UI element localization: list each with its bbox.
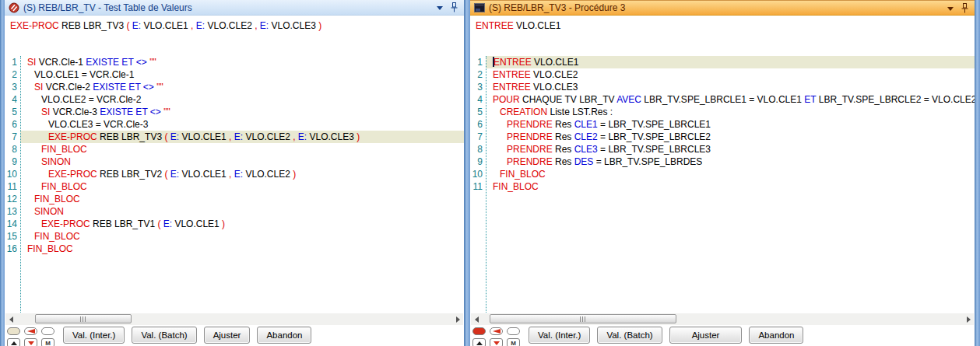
code-line-text[interactable]: CREATION Liste LST.Res : <box>486 106 975 118</box>
code-line-text[interactable]: ENTREE VLO.CLE2 <box>486 68 975 81</box>
code-line[interactable]: 7EXE-PROC REB LBR_TV3 ( E: VLO.CLE1 , E:… <box>5 131 464 143</box>
code-line[interactable]: 6PRENDRE Res CLE1 = LBR_TV.SPE_LBRCLE1 <box>470 118 975 131</box>
code-line-text[interactable]: FIN_BLOC <box>486 168 975 180</box>
code-line[interactable]: 2VLO.CLE1 = VCR.Cle-1 <box>5 68 464 81</box>
code-line-text[interactable]: PRENDRE Res CLE3 = LBR_TV.SPE_LBRCLE3 <box>486 143 975 156</box>
up-arrow-button[interactable] <box>472 338 486 346</box>
code-line[interactable]: 4POUR CHAQUE TV LBR_TV AVEC LBR_TV.SPE_L… <box>470 93 975 106</box>
code-line-text[interactable]: EXE-PROC REB LBR_TV3 ( E: VLO.CLE1 , E: … <box>20 131 464 143</box>
code-line[interactable]: 8PRENDRE Res CLE3 = LBR_TV.SPE_LBRCLE3 <box>470 143 975 156</box>
val-inter-button[interactable]: Val. (Inter.) <box>529 327 590 344</box>
code-line[interactable]: 13SINON <box>5 205 464 218</box>
code-line[interactable]: 10EXE-PROC REB LBR_TV2 ( E: VLO.CLE1 , E… <box>5 168 464 180</box>
horizontal-scrollbar[interactable] <box>5 313 463 325</box>
line-number: 7 <box>5 131 20 143</box>
scrollbar-thumb[interactable] <box>490 314 676 323</box>
code-line-text[interactable]: SINON <box>20 156 464 168</box>
code-line-text[interactable]: FIN_BLOC <box>20 243 464 255</box>
code-editor[interactable]: 1ENTREE VLO.CLE12ENTREE VLO.CLE23ENTREE … <box>470 56 975 313</box>
code-token: VLO.CLE1 <box>172 218 222 229</box>
pane-divider[interactable] <box>464 0 470 346</box>
code-line[interactable]: 7PRENDRE Res CLE2 = LBR_TV.SPE_LBRCLE2 <box>470 131 975 143</box>
scroll-right-arrow[interactable] <box>452 313 463 325</box>
code-line-text[interactable]: POUR CHAQUE TV LBR_TV AVEC LBR_TV.SPE_LB… <box>486 93 975 106</box>
marker-filled-icon[interactable] <box>7 327 20 335</box>
code-line-text[interactable]: VLO.CLE2 = VCR.Cle-2 <box>20 93 464 106</box>
code-line-text[interactable]: FIN_BLOC <box>20 143 464 156</box>
code-line-text[interactable]: PRENDRE Res CLE1 = LBR_TV.SPE_LBRCLE1 <box>486 118 975 131</box>
right-pane-titlebar[interactable]: (S) REB/LBR_TV3 - Procédure 3 <box>470 0 975 16</box>
code-line[interactable]: 12FIN_BLOC <box>5 193 464 205</box>
down-arrow-button[interactable] <box>490 338 503 346</box>
code-line-text[interactable]: ENTREE VLO.CLE3 <box>486 81 975 93</box>
code-line[interactable]: 16FIN_BLOC <box>5 243 464 255</box>
code-line[interactable]: 5CREATION Liste LST.Res : <box>470 106 975 118</box>
code-line-text[interactable]: EXE-PROC REB LBR_TV2 ( E: VLO.CLE1 , E: … <box>20 168 464 180</box>
m-marker-button[interactable]: M <box>41 338 54 346</box>
code-line[interactable]: 3SI VCR.Cle-2 EXISTE ET <> "" <box>5 81 464 93</box>
marker-filled-icon[interactable] <box>472 327 486 335</box>
code-line[interactable]: 14EXE-PROC REB LBR_TV1 ( E: VLO.CLE1 ) <box>5 218 464 230</box>
code-line[interactable]: 15FIN_BLOC <box>5 230 464 243</box>
abandon-button[interactable]: Abandon <box>257 327 311 344</box>
ajuster-button[interactable]: Ajuster <box>204 327 251 344</box>
chevron-down-icon[interactable] <box>437 6 443 10</box>
horizontal-scrollbar[interactable] <box>471 313 974 325</box>
marker-red-wedge-icon[interactable] <box>24 327 37 335</box>
marker-red-wedge-icon[interactable] <box>490 327 503 335</box>
code-token: Res <box>553 119 574 130</box>
code-line-text[interactable]: FIN_BLOC <box>486 180 975 193</box>
code-line[interactable]: 11FIN_BLOC <box>5 180 464 193</box>
header-code-line[interactable]: EXE-PROC REB LBR_TV3 ( E: VLO.CLE1 , E: … <box>5 19 464 32</box>
adelia-editor-workspace: (S) REB/LBR_TV - Test Table de Valeurs E… <box>0 0 980 346</box>
code-line[interactable]: 3ENTREE VLO.CLE3 <box>470 81 975 93</box>
header-code-line[interactable]: ENTREE VLO.CLE1 <box>470 19 975 32</box>
code-line-text[interactable]: ENTREE VLO.CLE1 <box>486 56 975 68</box>
code-line[interactable]: 1SI VCR.Cle-1 EXISTE ET <> "" <box>5 56 464 68</box>
pin-icon[interactable] <box>961 3 968 13</box>
code-line-text[interactable]: SINON <box>20 205 464 218</box>
code-line-text[interactable]: EXE-PROC REB LBR_TV1 ( E: VLO.CLE1 ) <box>20 218 464 230</box>
code-editor[interactable]: 1SI VCR.Cle-1 EXISTE ET <> ""2VLO.CLE1 =… <box>5 56 464 313</box>
code-line-text[interactable]: PRENDRE Res DES = LBR_TV.SPE_LBRDES <box>486 156 975 168</box>
code-line[interactable]: 9SINON <box>5 156 464 168</box>
code-line[interactable]: 2ENTREE VLO.CLE2 <box>470 68 975 81</box>
up-arrow-button[interactable] <box>7 338 20 346</box>
scroll-left-arrow[interactable] <box>5 313 16 325</box>
code-line[interactable]: 5SI VCR.Cle-3 EXISTE ET <> "" <box>5 106 464 118</box>
code-line-text[interactable]: SI VCR.Cle-3 EXISTE ET <> "" <box>20 106 464 118</box>
code-line-text[interactable]: FIN_BLOC <box>20 193 464 205</box>
code-line[interactable]: 6VLO.CLE3 = VCR.Cle-3 <box>5 118 464 131</box>
code-line-text[interactable]: FIN_BLOC <box>20 230 464 243</box>
code-line-text[interactable]: PRENDRE Res CLE2 = LBR_TV.SPE_LBRCLE2 <box>486 131 975 143</box>
chevron-down-icon[interactable] <box>947 7 954 11</box>
abandon-button[interactable]: Abandon <box>749 327 803 344</box>
code-line[interactable]: 4VLO.CLE2 = VCR.Cle-2 <box>5 93 464 106</box>
scroll-right-arrow[interactable] <box>963 313 974 325</box>
val-batch-button[interactable]: Val. (Batch) <box>132 327 196 344</box>
down-arrow-button[interactable] <box>24 338 37 346</box>
code-line-text[interactable]: FIN_BLOC <box>20 180 464 193</box>
scroll-left-arrow[interactable] <box>471 313 482 325</box>
code-line[interactable]: 9PRENDRE Res DES = LBR_TV.SPE_LBRDES <box>470 156 975 168</box>
code-token: ET <box>804 94 816 105</box>
code-line-text[interactable]: VLO.CLE1 = VCR.Cle-1 <box>20 68 464 81</box>
marker-empty-icon[interactable] <box>41 327 54 335</box>
ajuster-button[interactable]: Ajuster <box>669 327 743 344</box>
pin-icon[interactable] <box>451 2 458 12</box>
val-inter-button[interactable]: Val. (Inter.) <box>63 327 125 344</box>
code-line[interactable]: 10FIN_BLOC <box>470 168 975 180</box>
code-token: , <box>229 169 234 180</box>
m-marker-button[interactable]: M <box>507 338 520 346</box>
code-line[interactable]: 11FIN_BLOC <box>470 180 975 193</box>
code-line[interactable]: 8FIN_BLOC <box>5 143 464 156</box>
val-batch-button[interactable]: Val. (Batch) <box>597 327 662 344</box>
code-line[interactable]: 1ENTREE VLO.CLE1 <box>470 56 975 68</box>
code-token: ) <box>293 169 296 180</box>
code-line-text[interactable]: SI VCR.Cle-1 EXISTE ET <> "" <box>20 56 464 68</box>
marker-empty-icon[interactable] <box>507 327 520 335</box>
left-pane-titlebar[interactable]: (S) REB/LBR_TV - Test Table de Valeurs <box>5 0 464 16</box>
code-line-text[interactable]: SI VCR.Cle-2 EXISTE ET <> "" <box>20 81 464 93</box>
code-line-text[interactable]: VLO.CLE3 = VCR.Cle-3 <box>20 118 464 131</box>
scrollbar-thumb[interactable] <box>35 314 132 323</box>
